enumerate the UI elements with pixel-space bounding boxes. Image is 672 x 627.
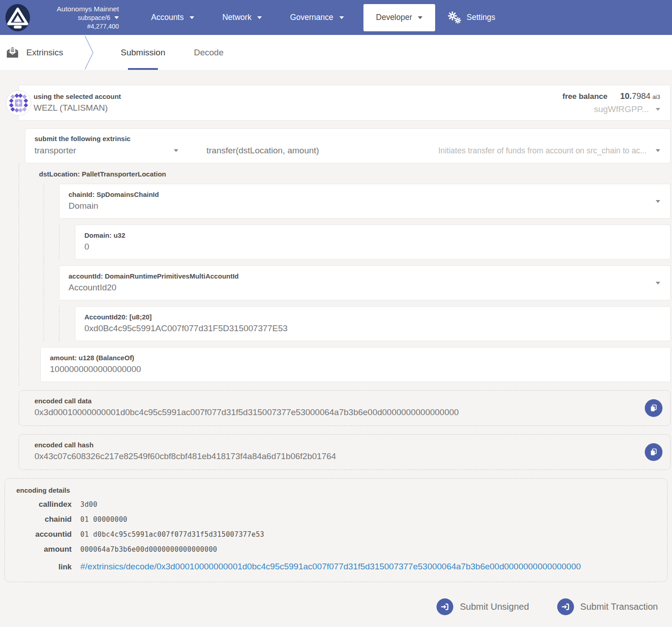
main-nav: Accounts Network Governance Developer [137, 0, 495, 35]
chain-id-value: Domain [69, 201, 643, 211]
encoding-row-value: 000064a7b3b6e00d0000000000000000 [80, 545, 217, 554]
account-address-dropdown[interactable]: sugWfRGPP... [563, 104, 660, 114]
chevron-down-icon [257, 16, 262, 19]
amount-value: 1000000000000000000 [50, 364, 643, 374]
domain-u32-input[interactable]: Domain: u32 0 [75, 225, 671, 260]
method-description: Initiates transfer of funds from account… [438, 146, 647, 156]
account-id-select[interactable]: accountId: DomainRuntimePrimitivesMultiA… [59, 265, 671, 300]
sign-in-icon [557, 598, 574, 615]
pallet-select[interactable]: transporter [34, 146, 178, 156]
encoding-row-label: accountid [16, 530, 72, 539]
submit-actions: Submit Unsigned Submit Transaction [0, 598, 672, 615]
free-balance-label: free balance [563, 92, 608, 101]
main-content: using the selected account WEZL (TALISMA… [0, 70, 672, 615]
encoding-row-chainid: chainid 01 00000000 [16, 515, 658, 524]
copy-call-hash-button[interactable] [645, 443, 662, 461]
extrinsic-section: submit the following extrinsic transport… [25, 128, 671, 163]
account-id-label: accountId: DomainRuntimePrimitivesMultiA… [69, 272, 643, 280]
balance-fraction: 7984 [632, 91, 650, 101]
chevron-down-icon [174, 149, 178, 152]
domain-u32-label: Domain: u32 [84, 231, 643, 239]
account-selector-label: using the selected account [34, 93, 121, 100]
method-select-value[interactable]: transfer(dstLocation, amount) [206, 146, 319, 156]
autonomys-logo[interactable] [5, 3, 31, 32]
nav-menu-network[interactable]: Network [208, 0, 276, 35]
submit-transaction-button[interactable]: Submit Transaction [557, 598, 658, 615]
section-title: Extrinsics [26, 48, 63, 58]
identicon-pattern [8, 92, 29, 114]
encoding-row-accountid: accountid 01 d0bc4c95c5991ac007f077d31f5… [16, 530, 658, 539]
chevron-down-icon [114, 16, 119, 19]
balance-unit: ai3 [652, 93, 660, 100]
method-select[interactable]: Initiates transfer of funds from account… [319, 146, 660, 156]
account-identicon[interactable] [6, 90, 31, 116]
nav-menu-governance[interactable]: Governance [276, 0, 358, 35]
nav-settings[interactable]: Settings [447, 11, 495, 24]
nav-menu-governance-label: Governance [290, 13, 333, 22]
tabs: Submission Decode [121, 35, 224, 70]
runtime-spec-selector[interactable]: subspace/6 [42, 14, 119, 22]
decode-link[interactable]: #/extrinsics/decode/0x3d00010000000001d0… [80, 562, 581, 572]
nav-menu-developer[interactable]: Developer [363, 4, 436, 31]
chevron-down-icon [190, 16, 194, 19]
encoding-row-label: amount [16, 545, 72, 554]
account-id20-label: AccountId20: [u8;20] [84, 313, 643, 321]
top-navbar: Autonomys Mainnet subspace/6 #4,277,400 … [0, 0, 672, 35]
encoding-row-amount: amount 000064a7b3b6e00d0000000000000000 [16, 545, 658, 554]
runtime-spec-label: subspace/6 [78, 14, 110, 22]
chain-name: Autonomys Mainnet [42, 5, 119, 14]
encoded-call-data-label: encoded call data [34, 397, 634, 405]
amount-label: amount: u128 (BalanceOf) [50, 354, 643, 362]
account-id-value: AccountId20 [69, 283, 643, 293]
section-header: Extrinsics [0, 47, 83, 58]
encoding-row-link: link #/extrinsics/decode/0x3d00010000000… [16, 562, 658, 572]
extrinsics-mail-icon [6, 47, 19, 58]
account-selector[interactable]: using the selected account WEZL (TALISMA… [18, 85, 671, 121]
encoded-call-hash-label: encoded call hash [34, 441, 634, 449]
sign-in-icon [437, 598, 453, 615]
tab-submission[interactable]: Submission [121, 35, 165, 70]
autonomys-logo-icon [5, 3, 31, 32]
account-info: using the selected account WEZL (TALISMA… [34, 93, 121, 113]
encoding-row-label: chainid [16, 515, 72, 524]
encoded-call-hash-section: encoded call hash 0x43c07c608326c217e825… [19, 434, 671, 470]
chevron-down-icon [418, 16, 422, 19]
chain-id-select[interactable]: chainId: SpDomainsChainId Domain [59, 184, 671, 219]
submit-transaction-label: Submit Transaction [580, 602, 658, 612]
nav-menu-accounts-label: Accounts [151, 13, 184, 22]
balance-integer: 10. [620, 91, 632, 101]
encoded-call-hash-value: 0x43c07c608326c217e82549f60cbf8cbf481eb4… [34, 451, 634, 461]
chevron-down-icon [339, 16, 344, 19]
tabbar: Extrinsics Submission Decode [0, 35, 672, 70]
encoding-details-section: encoding details callindex 3d00 chainid … [5, 478, 667, 582]
encoding-row-label: callindex [16, 500, 72, 509]
account-address-short: sugWfRGPP... [594, 104, 649, 114]
encoded-call-data-section: encoded call data 0x3d00010000000001d0bc… [19, 390, 671, 426]
encoding-link-label: link [16, 563, 72, 572]
encoding-row-callindex: callindex 3d00 [16, 500, 658, 509]
copy-icon [650, 404, 657, 412]
gear-icon [447, 11, 461, 24]
chain-id-children: Domain: u32 0 [59, 225, 672, 260]
encoding-details-title: encoding details [16, 486, 658, 494]
account-name: WEZL (TALISMAN) [34, 103, 121, 113]
domain-u32-value: 0 [84, 242, 643, 252]
account-id-children: AccountId20: [u8;20] 0xd0Bc4c95c5991AC00… [59, 306, 672, 341]
dst-location-children: chainId: SpDomainsChainId Domain Domain:… [44, 184, 672, 341]
copy-icon [650, 448, 657, 456]
account-id20-input[interactable]: AccountId20: [u8;20] 0xd0Bc4c95c5991AC00… [75, 306, 671, 341]
nav-settings-label: Settings [466, 13, 495, 22]
chevron-down-icon [656, 108, 660, 111]
amount-input[interactable]: amount: u128 (BalanceOf) 100000000000000… [40, 347, 671, 382]
copy-call-data-button[interactable] [645, 399, 662, 417]
nav-menu-network-label: Network [222, 13, 251, 22]
encoding-row-value: 01 00000000 [80, 515, 128, 524]
tab-decode[interactable]: Decode [194, 35, 224, 70]
submit-unsigned-label: Submit Unsigned [460, 602, 529, 612]
nav-menu-accounts[interactable]: Accounts [137, 0, 208, 35]
chevron-down-icon [656, 282, 660, 284]
encoding-row-value: 01 d0bc4c95c5991ac007f077d31f5d315007377… [80, 530, 265, 539]
chevron-separator [83, 36, 94, 69]
best-block-number: #4,277,400 [42, 22, 119, 30]
submit-unsigned-button[interactable]: Submit Unsigned [437, 598, 529, 615]
